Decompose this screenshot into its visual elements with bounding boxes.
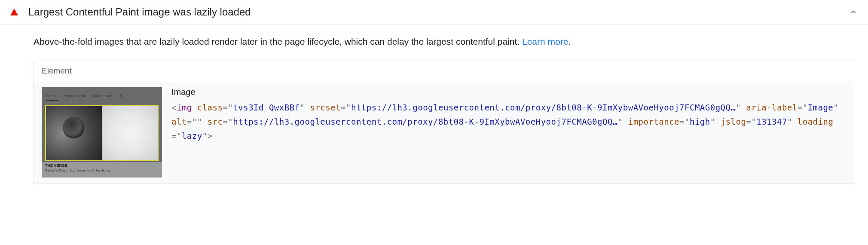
details-table: Element Latest Environment Outer space N… <box>34 61 854 184</box>
thumb-tab: N <box>120 94 123 98</box>
thumbnail-source: THE VERGE <box>45 163 159 168</box>
table-header-element: Element <box>34 61 854 81</box>
thumb-tab: Outer space <box>92 94 113 98</box>
element-details: Image <img class="tvs3Id QwxBBf" srcset=… <box>171 87 846 144</box>
learn-more-link[interactable]: Learn more <box>522 37 568 46</box>
table-row: Latest Environment Outer space N THE VER… <box>34 81 854 184</box>
element-code-snippet: <img class="tvs3Id QwxBBf" srcset="https… <box>171 101 846 144</box>
audit-title: Largest Contentful Paint image was lazil… <box>28 6 849 18</box>
thumbnail-caption: Saturn's 'Death Star' moon might be hidi… <box>45 168 159 172</box>
thumbnail-tabs: Latest Environment Outer space N <box>42 87 162 104</box>
element-thumbnail: Latest Environment Outer space N THE VER… <box>42 87 162 178</box>
element-label: Image <box>171 87 846 97</box>
audit-body: Above-the-fold images that are lazily lo… <box>0 24 868 194</box>
audit-description-text: Above-the-fold images that are lazily lo… <box>34 37 522 46</box>
audit-description-period: . <box>568 37 571 46</box>
thumbnail-image <box>45 105 159 161</box>
thumb-tab: Latest <box>46 94 57 98</box>
audit-description: Above-the-fold images that are lazily lo… <box>34 35 854 49</box>
fail-triangle-icon <box>10 9 18 15</box>
thumbnail-caption-area: THE VERGE Saturn's 'Death Star' moon mig… <box>42 162 162 178</box>
audit-header[interactable]: Largest Contentful Paint image was lazil… <box>0 0 868 24</box>
chevron-up-icon <box>849 8 858 16</box>
thumb-tab: Environment <box>64 94 86 98</box>
